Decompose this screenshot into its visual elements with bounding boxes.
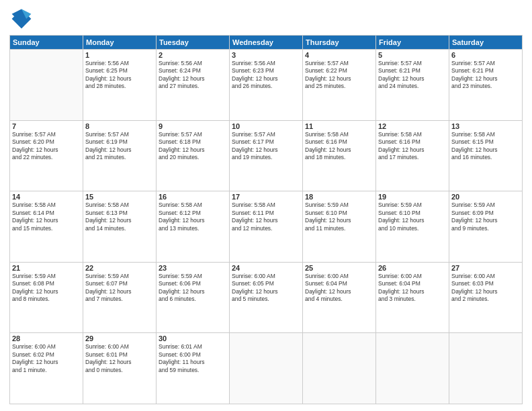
col-header-wednesday: Wednesday bbox=[230, 36, 303, 50]
day-number: 1 bbox=[85, 51, 154, 59]
day-number: 28 bbox=[12, 334, 81, 342]
day-number: 10 bbox=[232, 122, 300, 130]
day-info: Sunrise: 5:56 AM Sunset: 6:23 PM Dayligh… bbox=[232, 60, 300, 91]
day-cell: 25Sunrise: 6:00 AM Sunset: 6:04 PM Dayli… bbox=[303, 262, 376, 333]
day-cell: 27Sunrise: 6:00 AM Sunset: 6:03 PM Dayli… bbox=[449, 262, 523, 333]
day-info: Sunrise: 6:00 AM Sunset: 6:02 PM Dayligh… bbox=[12, 343, 81, 374]
day-number: 19 bbox=[378, 193, 447, 201]
day-number: 8 bbox=[85, 122, 154, 130]
day-number: 17 bbox=[232, 193, 300, 201]
day-info: Sunrise: 5:59 AM Sunset: 6:06 PM Dayligh… bbox=[159, 273, 227, 304]
day-info: Sunrise: 5:58 AM Sunset: 6:15 PM Dayligh… bbox=[451, 131, 520, 162]
header bbox=[9, 7, 523, 31]
day-info: Sunrise: 5:57 AM Sunset: 6:18 PM Dayligh… bbox=[159, 131, 227, 162]
day-number: 20 bbox=[451, 193, 520, 201]
col-header-sunday: Sunday bbox=[10, 36, 83, 50]
day-number: 22 bbox=[85, 264, 154, 272]
col-header-monday: Monday bbox=[83, 36, 157, 50]
day-cell: 2Sunrise: 5:56 AM Sunset: 6:24 PM Daylig… bbox=[157, 50, 230, 121]
day-cell: 9Sunrise: 5:57 AM Sunset: 6:18 PM Daylig… bbox=[157, 120, 230, 191]
day-cell: 12Sunrise: 5:58 AM Sunset: 6:16 PM Dayli… bbox=[376, 120, 449, 191]
day-cell: 1Sunrise: 5:56 AM Sunset: 6:25 PM Daylig… bbox=[83, 50, 157, 121]
day-number: 24 bbox=[232, 264, 300, 272]
day-info: Sunrise: 5:57 AM Sunset: 6:21 PM Dayligh… bbox=[378, 60, 447, 91]
day-number: 5 bbox=[378, 51, 447, 59]
day-number: 23 bbox=[159, 264, 227, 272]
day-info: Sunrise: 5:58 AM Sunset: 6:16 PM Dayligh… bbox=[305, 131, 373, 162]
day-info: Sunrise: 6:00 AM Sunset: 6:04 PM Dayligh… bbox=[305, 273, 373, 304]
day-number: 18 bbox=[305, 193, 373, 201]
day-info: Sunrise: 5:57 AM Sunset: 6:21 PM Dayligh… bbox=[451, 60, 520, 91]
day-cell: 3Sunrise: 5:56 AM Sunset: 6:23 PM Daylig… bbox=[230, 50, 303, 121]
day-number: 13 bbox=[451, 122, 520, 130]
day-cell: 19Sunrise: 5:59 AM Sunset: 6:10 PM Dayli… bbox=[376, 191, 449, 263]
day-number: 11 bbox=[305, 122, 373, 130]
day-info: Sunrise: 5:59 AM Sunset: 6:10 PM Dayligh… bbox=[378, 201, 447, 232]
day-info: Sunrise: 5:58 AM Sunset: 6:16 PM Dayligh… bbox=[378, 131, 447, 162]
col-header-friday: Friday bbox=[376, 36, 449, 50]
day-cell: 7Sunrise: 5:57 AM Sunset: 6:20 PM Daylig… bbox=[10, 120, 83, 191]
day-cell: 10Sunrise: 5:57 AM Sunset: 6:17 PM Dayli… bbox=[230, 120, 303, 191]
day-cell bbox=[230, 333, 303, 404]
day-cell: 20Sunrise: 5:59 AM Sunset: 6:09 PM Dayli… bbox=[449, 191, 523, 263]
day-info: Sunrise: 6:00 AM Sunset: 6:01 PM Dayligh… bbox=[85, 343, 154, 374]
week-row-2: 14Sunrise: 5:58 AM Sunset: 6:14 PM Dayli… bbox=[10, 191, 523, 263]
page: SundayMondayTuesdayWednesdayThursdayFrid… bbox=[0, 0, 532, 411]
day-info: Sunrise: 5:57 AM Sunset: 6:17 PM Dayligh… bbox=[232, 131, 300, 162]
day-number: 25 bbox=[305, 264, 373, 272]
week-row-1: 7Sunrise: 5:57 AM Sunset: 6:20 PM Daylig… bbox=[10, 120, 523, 191]
day-info: Sunrise: 6:01 AM Sunset: 6:00 PM Dayligh… bbox=[159, 343, 227, 374]
day-cell: 5Sunrise: 5:57 AM Sunset: 6:21 PM Daylig… bbox=[376, 50, 449, 121]
calendar-table: SundayMondayTuesdayWednesdayThursdayFrid… bbox=[9, 35, 523, 404]
day-cell: 22Sunrise: 5:59 AM Sunset: 6:07 PM Dayli… bbox=[83, 262, 157, 333]
day-number: 3 bbox=[232, 51, 300, 59]
day-number: 26 bbox=[378, 264, 447, 272]
day-cell bbox=[303, 333, 376, 404]
day-number: 21 bbox=[12, 264, 81, 272]
day-info: Sunrise: 5:58 AM Sunset: 6:11 PM Dayligh… bbox=[232, 201, 300, 232]
col-header-tuesday: Tuesday bbox=[157, 36, 230, 50]
day-cell: 14Sunrise: 5:58 AM Sunset: 6:14 PM Dayli… bbox=[10, 191, 83, 263]
day-cell: 6Sunrise: 5:57 AM Sunset: 6:21 PM Daylig… bbox=[449, 50, 523, 121]
day-info: Sunrise: 5:59 AM Sunset: 6:09 PM Dayligh… bbox=[451, 201, 520, 232]
day-number: 16 bbox=[159, 193, 227, 201]
day-info: Sunrise: 5:57 AM Sunset: 6:19 PM Dayligh… bbox=[85, 131, 154, 162]
day-cell: 8Sunrise: 5:57 AM Sunset: 6:19 PM Daylig… bbox=[83, 120, 157, 191]
day-number: 2 bbox=[159, 51, 227, 59]
day-info: Sunrise: 5:59 AM Sunset: 6:08 PM Dayligh… bbox=[12, 273, 81, 304]
day-number: 27 bbox=[451, 264, 520, 272]
day-cell: 18Sunrise: 5:59 AM Sunset: 6:10 PM Dayli… bbox=[303, 191, 376, 263]
day-cell: 13Sunrise: 5:58 AM Sunset: 6:15 PM Dayli… bbox=[449, 120, 523, 191]
day-info: Sunrise: 5:56 AM Sunset: 6:25 PM Dayligh… bbox=[85, 60, 154, 91]
day-info: Sunrise: 5:59 AM Sunset: 6:07 PM Dayligh… bbox=[85, 273, 154, 304]
day-number: 14 bbox=[12, 193, 81, 201]
day-info: Sunrise: 5:58 AM Sunset: 6:12 PM Dayligh… bbox=[159, 201, 227, 232]
day-info: Sunrise: 5:59 AM Sunset: 6:10 PM Dayligh… bbox=[305, 201, 373, 232]
day-number: 30 bbox=[159, 334, 227, 342]
day-cell: 26Sunrise: 6:00 AM Sunset: 6:04 PM Dayli… bbox=[376, 262, 449, 333]
col-header-saturday: Saturday bbox=[449, 36, 523, 50]
logo-icon bbox=[9, 7, 34, 31]
day-cell: 21Sunrise: 5:59 AM Sunset: 6:08 PM Dayli… bbox=[10, 262, 83, 333]
col-header-thursday: Thursday bbox=[303, 36, 376, 50]
day-cell: 17Sunrise: 5:58 AM Sunset: 6:11 PM Dayli… bbox=[230, 191, 303, 263]
day-info: Sunrise: 5:58 AM Sunset: 6:14 PM Dayligh… bbox=[12, 201, 81, 232]
day-number: 4 bbox=[305, 51, 373, 59]
day-cell: 11Sunrise: 5:58 AM Sunset: 6:16 PM Dayli… bbox=[303, 120, 376, 191]
logo bbox=[9, 7, 36, 31]
svg-marker-0 bbox=[12, 9, 32, 29]
day-info: Sunrise: 6:00 AM Sunset: 6:03 PM Dayligh… bbox=[451, 273, 520, 304]
day-cell: 30Sunrise: 6:01 AM Sunset: 6:00 PM Dayli… bbox=[157, 333, 230, 404]
day-number: 29 bbox=[85, 334, 154, 342]
day-cell bbox=[10, 50, 83, 121]
day-info: Sunrise: 6:00 AM Sunset: 6:04 PM Dayligh… bbox=[378, 273, 447, 304]
day-info: Sunrise: 5:57 AM Sunset: 6:20 PM Dayligh… bbox=[12, 131, 81, 162]
week-row-4: 28Sunrise: 6:00 AM Sunset: 6:02 PM Dayli… bbox=[10, 333, 523, 404]
day-cell: 29Sunrise: 6:00 AM Sunset: 6:01 PM Dayli… bbox=[83, 333, 157, 404]
day-info: Sunrise: 5:56 AM Sunset: 6:24 PM Dayligh… bbox=[159, 60, 227, 91]
header-row: SundayMondayTuesdayWednesdayThursdayFrid… bbox=[10, 36, 523, 50]
day-number: 12 bbox=[378, 122, 447, 130]
day-number: 7 bbox=[12, 122, 81, 130]
day-cell bbox=[376, 333, 449, 404]
day-cell bbox=[449, 333, 523, 404]
